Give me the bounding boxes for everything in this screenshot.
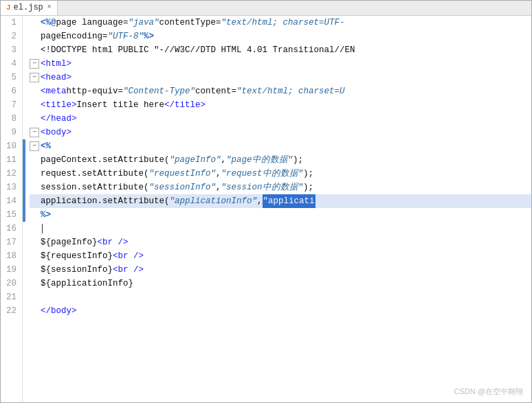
line-number: 19 [6, 263, 16, 277]
token-kw-tag: <br /> [113, 249, 144, 263]
token-plain: ${sessionInfo} [41, 263, 113, 277]
line-number: 12 [6, 167, 16, 181]
code-line: </head> [30, 112, 531, 126]
fold-marker[interactable]: − [30, 141, 39, 151]
code-line: %> [30, 208, 531, 222]
token-plain: application.setAttribute( [41, 194, 170, 208]
token-plain: ${applicationInfo} [41, 277, 133, 290]
code-line [30, 222, 531, 235]
token-str: "page中的数据" [226, 153, 293, 167]
token-plain: , [257, 194, 263, 208]
fold-marker[interactable]: − [30, 128, 39, 137]
token-kw-tag: <head> [41, 71, 71, 84]
tab-bar: J el.jsp × [1, 1, 531, 16]
editor-tab[interactable]: J el.jsp × [1, 1, 58, 15]
code-line: − <% [30, 139, 531, 153]
token-kw-tag: <title> [41, 98, 77, 112]
code-line: <title>Insert title here</title> [30, 98, 531, 112]
code-line: application.setAttribute("applicationInf… [30, 194, 531, 208]
line-number: 7 [6, 98, 16, 112]
token-kw-tag: <body> [41, 126, 71, 139]
code-editor[interactable]: 12345678910111213141516171819202122 <%@ … [1, 16, 531, 402]
fold-marker[interactable]: − [30, 59, 39, 69]
token-jsp-open: <%@ [41, 16, 56, 30]
code-line: pageContext.setAttribute("pageInfo","pag… [30, 153, 531, 167]
line-number: 6 [6, 84, 16, 98]
token-plain: ${requestInfo} [41, 249, 113, 263]
code-line: ${sessionInfo} <br /> [30, 263, 531, 277]
code-line: pageEncoding="UTF-8"%> [30, 30, 531, 43]
token-plain: contentType= [159, 16, 221, 30]
line-number: 17 [6, 235, 16, 249]
token-plain: ); [303, 167, 313, 181]
text-cursor [42, 224, 43, 233]
line-number: 2 [6, 30, 16, 43]
code-line: <!DOCTYPE html PUBLIC "-//W3C//DTD HTML … [30, 43, 531, 57]
code-line: </body> [30, 304, 531, 318]
line-number: 20 [6, 277, 16, 290]
line-number: 9 [6, 126, 16, 139]
token-plain: ); [303, 181, 313, 194]
code-line: −<head> [30, 71, 531, 84]
line-number: 3 [6, 43, 16, 57]
line-number: 18 [6, 249, 16, 263]
token-plain: <!DOCTYPE html PUBLIC "-//W3C//DTD HTML … [41, 43, 355, 57]
fold-border [23, 16, 25, 402]
line-number: 11 [6, 153, 16, 167]
token-plain: pageContext.setAttribute( [41, 153, 170, 167]
line-number: 1 [6, 16, 16, 30]
token-str: "text/html; charset=U [236, 84, 345, 98]
token-kw-jsp: <% [41, 139, 51, 153]
fold-marker[interactable]: − [30, 73, 39, 82]
code-line: <%@ page language="java" contentType="te… [30, 16, 531, 30]
line-number: 16 [6, 222, 16, 235]
scope-indicator [23, 139, 25, 222]
token-plain: Insert title here [77, 98, 165, 112]
token-plain: request.setAttribute( [41, 167, 149, 181]
token-kw-tag: </title> [164, 98, 206, 112]
line-number: 8 [6, 112, 16, 126]
line-number: 14 [6, 194, 16, 208]
token-str: "session中的数据" [221, 181, 304, 194]
line-number: 5 [6, 71, 16, 84]
token-str: "sessionInfo" [149, 181, 217, 194]
token-plain: , [216, 181, 221, 194]
token-str: "pageInfo" [170, 153, 221, 167]
code-line: −<body> [30, 126, 531, 139]
token-str: "UTF-8" [108, 30, 144, 43]
token-kw-tag: <html> [41, 57, 71, 71]
token-plain: , [221, 153, 227, 167]
line-number: 4 [6, 57, 16, 71]
code-line: ${requestInfo} <br /> [30, 249, 531, 263]
token-kw-jsp: %> [144, 30, 154, 43]
token-plain: ${pageInfo} [41, 235, 98, 249]
line-number: 21 [6, 290, 16, 304]
token-str: "java" [129, 16, 159, 30]
code-line: −<html> [30, 57, 531, 71]
code-line: <meta http-equiv="Content-Type" content=… [30, 84, 531, 98]
token-str: "requestInfo" [149, 167, 217, 181]
token-kw-tag: </body> [41, 304, 77, 318]
line-numbers: 12345678910111213141516171819202122 [1, 16, 23, 402]
line-number: 15 [6, 208, 16, 222]
token-kw-tag: <br /> [98, 235, 129, 249]
file-icon: J [6, 3, 11, 12]
tab-filename: el.jsp [14, 3, 43, 12]
token-plain: http-equiv= [67, 84, 124, 98]
token-kw-tag: <meta [41, 84, 67, 98]
editor-body: 12345678910111213141516171819202122 <%@ … [1, 16, 531, 402]
code-line: session.setAttribute("sessionInfo","sess… [30, 181, 531, 194]
token-plain: ); [293, 153, 303, 167]
token-plain: pageEncoding= [41, 30, 108, 43]
tab-close-button[interactable]: × [47, 3, 52, 11]
token-str: "Content-Type" [123, 84, 195, 98]
token-kw-tag: <br /> [113, 263, 144, 277]
token-sel: "applicati [263, 194, 315, 208]
code-line: request.setAttribute("requestInfo","requ… [30, 167, 531, 181]
code-content[interactable]: <%@ page language="java" contentType="te… [25, 16, 531, 402]
token-plain: content= [195, 84, 236, 98]
code-line: ${pageInfo} <br /> [30, 235, 531, 249]
token-str: "text/html; charset=UTF- [221, 16, 345, 30]
code-line [30, 290, 531, 304]
line-number: 10 [6, 139, 16, 153]
